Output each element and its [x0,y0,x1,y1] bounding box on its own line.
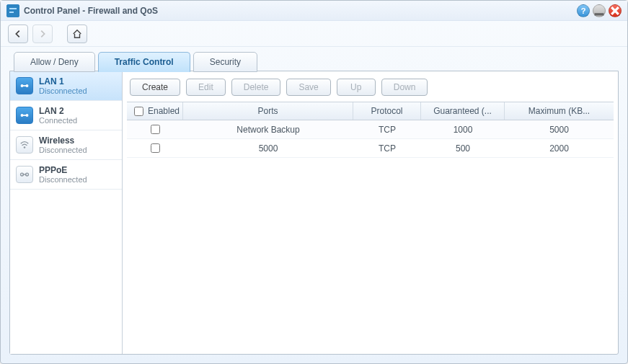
select-all-checkbox[interactable] [134,107,143,116]
window-title: Control Panel - Firewall and QoS [24,6,574,16]
interface-status: Disconnected [39,175,87,184]
close-button[interactable] [609,4,622,17]
title-bar: Control Panel - Firewall and QoS ? [1,1,627,21]
lan-icon [16,77,33,94]
minimize-button[interactable] [593,4,606,17]
row-maximum: 2000 [505,143,614,154]
col-ports[interactable]: Ports [183,102,353,120]
row-guaranteed: 1000 [421,125,505,135]
firewall-app-icon [6,4,19,17]
col-maximum[interactable]: Maximum (KB... [505,102,614,120]
create-button[interactable]: Create [130,79,180,96]
row-ports: Network Backup [183,125,353,135]
tab-traffic-control[interactable]: Traffic Control [98,52,190,72]
up-button[interactable]: Up [337,79,376,96]
interface-status: Connected [39,116,77,125]
grid-header: Enabled Ports Protocol Guaranteed (... M… [127,102,614,120]
back-button[interactable] [8,25,28,43]
svg-rect-10 [22,174,26,174]
home-icon [72,29,82,39]
svg-rect-0 [595,13,604,15]
back-arrow-icon [13,29,23,39]
svg-rect-6 [22,115,27,116]
rule-action-bar: Create Edit Delete Save Up Down [127,76,614,102]
interface-list: LAN 1 Disconnected LAN 2 Connected [10,71,123,354]
nav-toolbar [1,21,627,47]
traffic-control-panel: LAN 1 Disconnected LAN 2 Connected [9,71,619,355]
minimize-icon [593,5,605,17]
control-panel-window: Control Panel - Firewall and QoS ? Allow… [0,0,628,364]
col-protocol[interactable]: Protocol [353,102,421,120]
interface-item-wireless[interactable]: Wireless Disconnected [10,130,122,160]
svg-point-7 [24,146,26,148]
home-button[interactable] [67,25,87,43]
close-icon [609,5,621,17]
tab-security[interactable]: Security [193,52,257,72]
interface-status: Disconnected [39,146,87,154]
col-enabled-label: Enabled [148,106,180,116]
row-protocol: TCP [353,143,421,154]
row-enabled-checkbox[interactable] [151,125,160,134]
row-guaranteed: 500 [421,143,505,154]
lan-icon [16,107,33,124]
col-enabled[interactable]: Enabled [127,102,183,120]
delete-button[interactable]: Delete [231,79,281,96]
down-button[interactable]: Down [381,79,428,96]
row-protocol: TCP [353,125,421,135]
rule-row[interactable]: 5000 TCP 500 2000 [127,139,614,158]
tab-bar: Allow / Deny Traffic Control Security [9,51,619,71]
svg-rect-3 [22,85,27,86]
content-area: Allow / Deny Traffic Control Security LA… [9,51,619,355]
interface-name: LAN 2 [39,106,77,116]
interface-item-lan2[interactable]: LAN 2 Connected [10,101,122,130]
help-button[interactable]: ? [577,4,590,17]
interface-status: Disconnected [39,86,87,95]
interface-name: PPPoE [39,165,87,175]
rules-area: Create Edit Delete Save Up Down Enabled … [123,71,618,354]
forward-button[interactable] [32,25,53,43]
col-guaranteed[interactable]: Guaranteed (... [421,102,505,120]
row-enabled-checkbox[interactable] [151,143,160,153]
forward-arrow-icon [37,29,48,39]
interface-name: LAN 1 [39,76,87,86]
row-ports: 5000 [183,143,353,154]
interface-item-lan1[interactable]: LAN 1 Disconnected [10,71,122,101]
rules-grid: Enabled Ports Protocol Guaranteed (... M… [127,102,614,158]
row-maximum: 5000 [505,125,614,135]
pppoe-icon [16,166,33,183]
wireless-icon [16,136,33,154]
tab-allow-deny[interactable]: Allow / Deny [14,52,95,72]
edit-button[interactable]: Edit [186,79,226,96]
rule-row[interactable]: Network Backup TCP 1000 5000 [127,120,614,139]
save-button[interactable]: Save [286,79,330,96]
interface-item-pppoe[interactable]: PPPoE Disconnected [10,160,122,190]
interface-name: Wireless [39,136,87,146]
